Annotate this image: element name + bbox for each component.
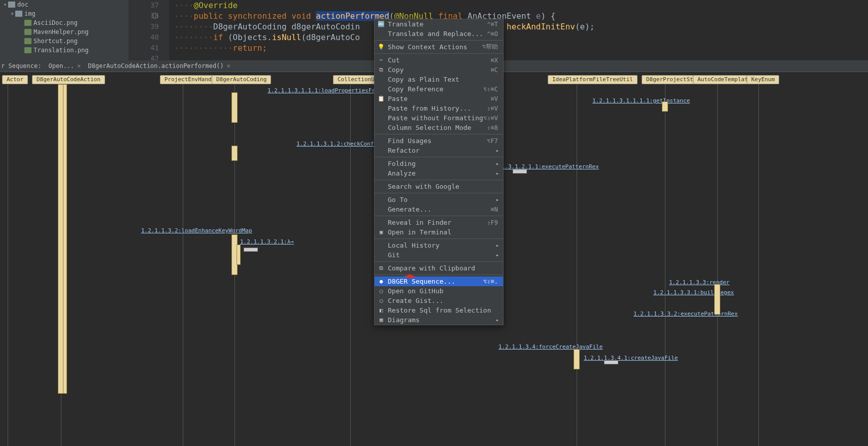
gutter-override-icon[interactable] [152,13,158,19]
activation-bar [237,245,241,265]
context-menu: 🔤Translate⌃⌘TTranslate and Replace...⌃⌘O… [374,19,504,325]
menu-item-diagrams[interactable]: ▦Diagrams [375,315,503,325]
message-label[interactable]: 1.2.1.1.3.3.1:buildRegex [653,289,734,296]
code-content[interactable]: ····@Override····public synchronized voi… [174,0,868,64]
lifeline [758,84,759,446]
activation-bar [714,284,720,315]
menu-item-restore-sql-from-selection[interactable]: ◧Restore Sql from Selection [375,305,503,315]
tree-folder[interactable]: ▾doc [0,0,128,9]
menu-item-reveal-in-finder[interactable]: Reveal in Finder⇧F9 [375,218,503,227]
code-line[interactable]: ····@Override [174,0,868,11]
menu-label: Folding [388,160,416,167]
menu-item-refactor[interactable]: Refactor [375,146,503,155]
line-number: 40 [128,32,159,43]
menu-label: D8GER Sequence... [388,278,455,285]
activation-bar [231,146,238,161]
menu-item-paste-without-formatting[interactable]: Paste without Formatting⌥⇧⌘V [375,113,503,123]
tree-file[interactable]: Translation.png [0,46,128,55]
menu-label: Restore Sql from Selection [388,306,491,314]
menu-item-column-selection-mode[interactable]: Column Selection Mode⇧⌘8 [375,123,503,132]
menu-item-open-on-github[interactable]: ◯Open on GitHub [375,286,503,296]
menu-item-translate-and-replace[interactable]: Translate and Replace...⌃⌘O [375,29,503,39]
tree-folder[interactable]: ▾img [0,9,128,18]
code-line[interactable]: ········if (Objects.isNull(d8gerAutoCo [174,32,868,43]
tab-open[interactable]: Open... [48,62,81,70]
code-line[interactable]: ············return; [174,43,868,53]
menu-item-copy-as-plain-text[interactable]: Copy as Plain Text [375,75,503,84]
menu-item-cut[interactable]: ✂Cut⌘X [375,55,503,65]
tree-label: AsciiDoc.png [34,19,78,26]
lifeline [350,84,351,446]
tree-file[interactable]: AsciiDoc.png [0,18,128,27]
menu-separator [375,216,503,216]
menu-separator [375,40,503,41]
lifeline [8,84,8,446]
tree-label: Shortcut.png [34,38,78,45]
message-label[interactable]: 1.2.1.1.3.4:forceCreateJavaFile [498,344,603,350]
code-line[interactable]: ····public synchronized void actionPerfo… [174,11,868,21]
message-label[interactable]: 1.2.1.1.3.1.1.1.1:getInstance [592,97,690,104]
small-activation [604,360,618,364]
menu-item-folding[interactable]: Folding [375,159,503,168]
menu-label: Copy [388,66,404,74]
menu-icon: 🔤 [378,21,385,28]
participant-box[interactable]: KeyEnum [747,75,779,84]
menu-label: Column Selection Mode [388,124,471,131]
menu-item-find-usages[interactable]: Find Usages⌥F7 [375,136,503,146]
menu-icon: ▦ [378,317,385,324]
annotation-arrow [409,274,416,279]
file-icon [24,29,31,35]
menu-item-generate[interactable]: Generate...⌘N [375,204,503,214]
menu-item-compare-with-clipboard[interactable]: ⧉Compare with Clipboard [375,263,503,273]
menu-item-copy-reference[interactable]: Copy Reference⌥⇧⌘C [375,84,503,94]
line-gutter: 373839404142 [128,0,169,60]
menu-shortcut: ⌃⌘O [487,30,498,38]
menu-separator [375,157,503,157]
tree-label: MavenHelper.png [34,28,88,36]
tree-arrow-icon: ▾ [9,10,15,17]
tree-file[interactable]: MavenHelper.png [0,27,128,37]
participant-box[interactable]: IdeaPlatformFileTreeUtil [548,75,638,84]
tree-file[interactable]: Shortcut.png [0,37,128,46]
tab-action-performed[interactable]: D8gerAutoCodeAction.actionPerformed() [88,62,230,70]
menu-separator [375,238,503,239]
menu-separator [375,180,503,180]
menu-item-d8ger-sequence[interactable]: ●D8GER Sequence...⌥⇧⌘. [375,277,503,286]
menu-shortcut: ⇧F9 [487,219,498,226]
menu-separator [375,53,503,54]
menu-label: Diagrams [388,316,420,324]
menu-item-analyze[interactable]: Analyze [375,168,503,178]
menu-item-local-history[interactable]: Local History [375,241,503,250]
menu-shortcut: ⌘X [491,57,498,64]
menu-item-copy[interactable]: ⧉Copy⌘C [375,65,503,75]
menu-icon: 📋 [378,95,385,102]
menu-item-search-with-google[interactable]: Search with Google [375,182,503,191]
menu-item-git[interactable]: Git [375,250,503,260]
message-label[interactable]: 1.2.1.1.3.4.1:createJavaFile [584,355,678,361]
menu-item-paste-from-history[interactable]: Paste from History...⇧⌘V [375,104,503,113]
menu-item-show-context-actions[interactable]: 💡Show Context Actions⌥帮助 [375,42,503,52]
menu-item-go-to[interactable]: Go To [375,195,503,204]
menu-item-paste[interactable]: 📋Paste⌘V [375,94,503,104]
menu-label: Show Context Actions [388,43,468,51]
code-line[interactable]: ········D8gerAutoCoding d8gerAutoCodin h… [174,21,868,32]
participant-box[interactable]: D8gerAutoCoding [212,75,271,84]
small-activation [244,248,258,252]
menu-label: Analyze [388,169,416,177]
message-label[interactable]: 1.2.1.1.3.3.2:executePatternRex [633,311,738,317]
tree-label: Translation.png [34,47,88,54]
menu-item-open-in-terminal[interactable]: ▣Open in Terminal [375,227,503,237]
menu-icon: ⧉ [378,66,385,74]
menu-icon: ◧ [378,307,385,314]
menu-label: Git [388,251,399,259]
participant-box[interactable]: Actor [2,75,28,84]
menu-shortcut: ⇧⌘V [487,105,498,112]
menu-separator [375,261,503,262]
tree-label: img [24,10,36,17]
message-label[interactable]: 1.2.1.1.3.2:loadEnhanceKeyWordMap [141,227,252,234]
participant-box[interactable]: D8gerAutoCodeAction [32,75,105,84]
message-label[interactable]: 1.2.1.1.3.3:render [669,279,729,286]
message-label[interactable]: 1.2.1.1.3.2.1:λ→ [240,238,294,245]
menu-item-create-gist[interactable]: ◯Create Gist... [375,296,503,305]
menu-item-translate[interactable]: 🔤Translate⌃⌘T [375,19,503,29]
